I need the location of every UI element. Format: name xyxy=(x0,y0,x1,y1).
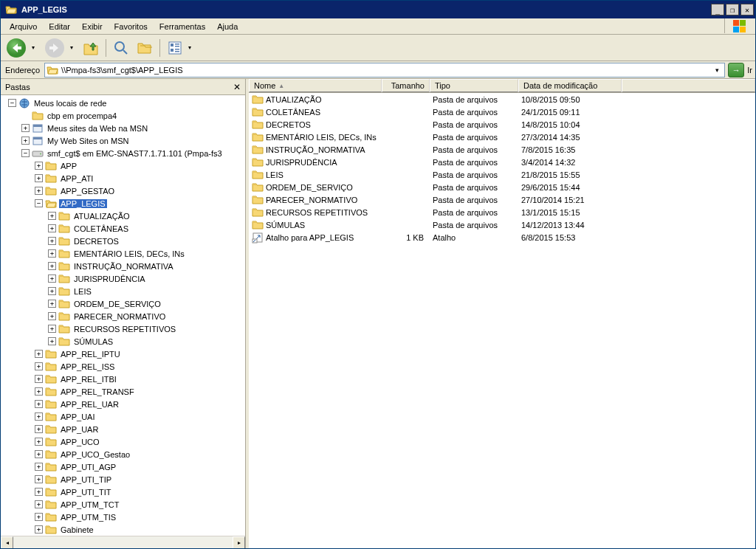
collapse-icon[interactable]: − xyxy=(21,149,30,157)
file-row[interactable]: LEISPasta de arquivos21/8/2015 15:55 xyxy=(249,168,755,181)
expand-icon[interactable]: + xyxy=(35,475,43,483)
tree-item[interactable]: +APP_REL_ISS xyxy=(2,360,245,373)
expand-icon[interactable]: + xyxy=(21,137,30,145)
scroll-right-button[interactable]: ▸ xyxy=(233,536,245,549)
tree-item[interactable]: +ATUALIZAÇÃO xyxy=(2,210,245,222)
expand-icon[interactable]: + xyxy=(35,162,43,170)
minimize-button[interactable]: _ xyxy=(711,4,724,15)
file-row[interactable]: DECRETOSPasta de arquivos14/8/2015 10:04 xyxy=(249,118,755,131)
expand-icon[interactable]: + xyxy=(48,274,56,283)
expand-icon[interactable]: + xyxy=(35,488,43,496)
file-row[interactable]: JURISPRUDÊNCIAPasta de arquivos3/4/2014 … xyxy=(249,156,755,168)
menu-ajuda[interactable]: Ajuda xyxy=(211,21,244,32)
tree-item[interactable]: +LEIS xyxy=(2,285,245,297)
expand-icon[interactable]: + xyxy=(35,362,43,370)
tree-item[interactable]: −Meus locais de rede xyxy=(2,97,245,109)
expand-icon[interactable]: + xyxy=(35,375,43,383)
file-row[interactable]: ORDEM_DE_SERVIÇOPasta de arquivos29/6/20… xyxy=(249,181,755,193)
file-row[interactable]: INSTRUÇÃO_NORMATIVAPasta de arquivos7/8/… xyxy=(249,143,755,156)
tree-item[interactable]: +APP_UTM_TCT xyxy=(2,498,245,511)
expand-icon[interactable]: + xyxy=(48,312,56,320)
menu-arquivo[interactable]: Arquivo xyxy=(4,21,43,32)
file-row[interactable]: RECURSOS REPETITIVOSPasta de arquivos13/… xyxy=(249,206,755,218)
tree-item[interactable]: +APP_REL_UAR xyxy=(2,398,245,410)
tree-item[interactable]: −APP_LEGIS xyxy=(2,197,245,210)
menu-ferramentas[interactable]: Ferramentas xyxy=(154,21,211,32)
address-input[interactable] xyxy=(61,66,708,75)
tree-item[interactable]: +APP_UTI_TIT xyxy=(2,486,245,498)
close-button[interactable]: ✕ xyxy=(740,4,754,15)
tree-item[interactable]: +Gabinete xyxy=(2,523,245,536)
tree-item[interactable]: +APP_REL_TRANSF xyxy=(2,385,245,398)
tree-item[interactable]: +APP_UCO xyxy=(2,435,245,448)
file-row[interactable]: SÚMULASPasta de arquivos14/12/2013 13:44 xyxy=(249,218,755,231)
expand-icon[interactable]: + xyxy=(35,425,43,433)
tree-item[interactable]: +PARECER_NORMATIVO xyxy=(2,310,245,322)
folders-panel-close[interactable]: ✕ xyxy=(233,82,241,92)
expand-icon[interactable]: + xyxy=(35,412,43,421)
views-dropdown[interactable]: ▾ xyxy=(188,44,196,51)
menu-exibir[interactable]: Exibir xyxy=(76,21,109,32)
col-type[interactable]: Tipo xyxy=(430,79,518,92)
forward-button[interactable] xyxy=(42,38,67,58)
expand-icon[interactable]: + xyxy=(35,350,43,358)
tree-item[interactable]: +EMENTÁRIO LEIS, DECs, INs xyxy=(2,247,245,260)
expand-icon[interactable]: + xyxy=(35,463,43,471)
back-button[interactable] xyxy=(4,38,29,58)
expand-icon[interactable]: + xyxy=(48,262,56,270)
tree-item[interactable]: +APP xyxy=(2,159,245,172)
scroll-left-button[interactable]: ◂ xyxy=(1,536,13,549)
collapse-icon[interactable]: − xyxy=(35,199,43,207)
expand-icon[interactable]: + xyxy=(35,438,43,446)
expand-icon[interactable]: + xyxy=(48,325,56,333)
expand-icon[interactable]: + xyxy=(35,400,43,408)
tree-item[interactable]: +APP_UTI_AGP xyxy=(2,460,245,473)
views-button[interactable] xyxy=(165,38,185,58)
tree-item[interactable]: +APP_REL_IPTU xyxy=(2,348,245,360)
tree-item[interactable]: +APP_UTM_TIS xyxy=(2,511,245,523)
tree-item[interactable]: +Meus sites da Web na MSN xyxy=(2,122,245,134)
go-button[interactable]: → xyxy=(728,63,744,77)
tree-item[interactable]: +APP_REL_ITBI xyxy=(2,373,245,385)
tree-item[interactable]: +INSTRUÇÃO_NORMATIVA xyxy=(2,260,245,272)
folders-button[interactable] xyxy=(134,38,155,58)
expand-icon[interactable]: + xyxy=(35,513,43,521)
maximize-button[interactable]: ❐ xyxy=(726,4,739,15)
folder-tree[interactable]: −Meus locais de rede cbp em procempa4+Me… xyxy=(1,95,245,536)
tree-item[interactable]: +My Web Sites on MSN xyxy=(2,134,245,147)
expand-icon[interactable]: + xyxy=(35,387,43,396)
search-button[interactable] xyxy=(111,38,131,58)
tree-item[interactable]: +COLETÂNEAS xyxy=(2,222,245,235)
tree-item[interactable]: +SÚMULAS xyxy=(2,335,245,348)
tree-hscrollbar[interactable]: ◂ ▸ xyxy=(1,536,245,548)
expand-icon[interactable]: + xyxy=(21,124,30,132)
expand-icon[interactable]: + xyxy=(48,300,56,308)
file-row[interactable]: Atalho para APP_LEGIS1 KBAtalho6/8/2015 … xyxy=(249,231,755,244)
col-size[interactable]: Tamanho xyxy=(382,79,430,92)
expand-icon[interactable]: + xyxy=(35,187,43,195)
tree-item[interactable]: +DECRETOS xyxy=(2,235,245,247)
back-dropdown[interactable]: ▾ xyxy=(32,44,39,51)
tree-item[interactable]: +APP_UAI xyxy=(2,410,245,423)
menu-editar[interactable]: Editar xyxy=(43,21,76,32)
tree-item[interactable]: +JURISPRUDÊNCIA xyxy=(2,272,245,285)
expand-icon[interactable]: + xyxy=(35,450,43,458)
expand-icon[interactable]: + xyxy=(48,224,56,232)
expand-icon[interactable]: + xyxy=(35,500,43,508)
expand-icon[interactable]: + xyxy=(48,287,56,295)
tree-item[interactable]: +APP_UTI_TIP xyxy=(2,473,245,486)
tree-item[interactable]: +RECURSOS REPETITIVOS xyxy=(2,322,245,335)
file-row[interactable]: EMENTÁRIO LEIS, DECs, INsPasta de arquiv… xyxy=(249,131,755,143)
address-box[interactable]: ▾ xyxy=(44,63,725,77)
col-date[interactable]: Data de modificação xyxy=(518,79,622,92)
col-name[interactable]: Nome▲ xyxy=(249,79,382,92)
expand-icon[interactable]: + xyxy=(48,249,56,258)
expand-icon[interactable]: + xyxy=(35,174,43,182)
tree-item[interactable]: +APP_UAR xyxy=(2,423,245,435)
file-row[interactable]: ATUALIZAÇÃOPasta de arquivos10/8/2015 09… xyxy=(249,93,755,106)
expand-icon[interactable]: + xyxy=(48,337,56,345)
address-dropdown[interactable]: ▾ xyxy=(711,66,723,74)
expand-icon[interactable]: + xyxy=(48,237,56,245)
tree-item[interactable]: cbp em procempa4 xyxy=(2,109,245,122)
file-row[interactable]: COLETÂNEASPasta de arquivos24/1/2015 09:… xyxy=(249,106,755,118)
